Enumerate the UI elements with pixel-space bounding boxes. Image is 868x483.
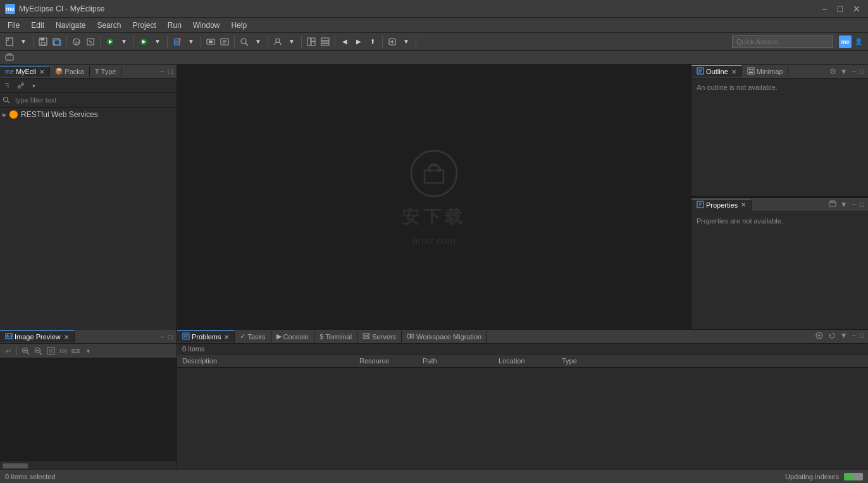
- toolbar-search-btn[interactable]: [237, 35, 251, 49]
- menu-run[interactable]: Run: [163, 20, 187, 31]
- toolbar-profile-btn[interactable]: [271, 35, 285, 49]
- bottom-panel-dropdown-btn[interactable]: ▼: [839, 331, 849, 342]
- menu-project[interactable]: Project: [127, 20, 161, 31]
- tab-outline[interactable]: Outline ✕: [691, 65, 742, 77]
- toolbar-run-dropdown[interactable]: ▼: [151, 35, 164, 49]
- editor-watermark: 安下载 anxz.com: [402, 148, 466, 247]
- toolbar-btn-5a[interactable]: [204, 35, 218, 49]
- tab-problems[interactable]: Problems ✕: [177, 330, 235, 342]
- tab-workspace-migration[interactable]: Workspace Migration: [402, 331, 487, 342]
- menu-window[interactable]: Window: [188, 20, 225, 31]
- outline-dropdown-btn[interactable]: ▼: [839, 67, 849, 76]
- properties-tab-close[interactable]: ✕: [741, 201, 746, 208]
- toolbar-btn-5b[interactable]: [218, 35, 232, 49]
- menu-search[interactable]: Search: [92, 20, 126, 31]
- toolbar-dropdown2-btn[interactable]: ▼: [117, 35, 131, 49]
- toolbar-deploy-btn[interactable]: [103, 35, 117, 49]
- img-more-btn[interactable]: [70, 345, 81, 356]
- maximize-button[interactable]: □: [835, 4, 845, 14]
- toolbar-new-btn[interactable]: [3, 35, 16, 49]
- image-preview-minimize[interactable]: −: [159, 332, 166, 341]
- menu-edit[interactable]: Edit: [26, 20, 49, 31]
- tab-console[interactable]: ▶ Console: [271, 331, 314, 342]
- quickaccess-input[interactable]: [732, 35, 833, 48]
- menu-file[interactable]: File: [3, 20, 25, 31]
- bottom-panel-refresh-btn[interactable]: [826, 331, 838, 342]
- toolbar-search-dropdown[interactable]: ▼: [251, 35, 265, 49]
- left-panel-tab-bar: me MyEcli ✕ 📦 Packa T Type − □: [0, 65, 177, 78]
- toolbar-view1-btn[interactable]: [304, 35, 318, 49]
- menu-navigate[interactable]: Navigate: [51, 20, 90, 31]
- dropdown-btn[interactable]: ▾: [28, 80, 39, 91]
- toolbar-view2-btn[interactable]: [318, 35, 332, 49]
- properties-icon-btn[interactable]: [828, 200, 838, 210]
- toolbar-btn-3b[interactable]: [84, 35, 97, 49]
- tab-properties[interactable]: Properties ✕: [691, 199, 752, 211]
- tab-terminal[interactable]: $ Terminal: [314, 331, 357, 342]
- toolbar-me-icon[interactable]: me: [839, 35, 852, 48]
- tab-type[interactable]: T Type: [90, 66, 122, 77]
- img-dropdown-btn[interactable]: ▾: [82, 345, 94, 356]
- minimize-button[interactable]: −: [819, 4, 829, 14]
- title-left: me MyEclipse CI - MyEclipse: [5, 4, 104, 14]
- toolbar-profile-dropdown[interactable]: ▼: [285, 35, 299, 49]
- toolbar-up-btn[interactable]: ⬆: [366, 35, 380, 49]
- outline-tab-close[interactable]: ✕: [731, 68, 736, 75]
- tab-tasks[interactable]: ✓ Tasks: [235, 331, 271, 342]
- image-preview-maximize[interactable]: □: [167, 332, 174, 341]
- image-preview-hscrollbar[interactable]: [0, 461, 177, 469]
- filter-input[interactable]: [13, 94, 174, 106]
- tree-item-restful[interactable]: ▶ 🟠 RESTful Web Services: [0, 109, 177, 120]
- properties-tab-bar: Properties ✕ ▼ − □: [691, 198, 868, 212]
- toolbar-save-all-btn[interactable]: [50, 35, 64, 49]
- toolbar-misc-dropdown[interactable]: ▼: [399, 35, 413, 49]
- bottom-panel-minimize-btn[interactable]: −: [850, 331, 857, 342]
- img-100-btn[interactable]: 100: [58, 345, 68, 356]
- outline-minimize-btn[interactable]: −: [850, 67, 857, 76]
- toolbar-run-btn[interactable]: [137, 35, 151, 49]
- myecli-tab-close[interactable]: ✕: [39, 68, 44, 75]
- collapse-all-btn[interactable]: [3, 80, 14, 91]
- bottom-panel-new-btn[interactable]: [814, 331, 825, 342]
- image-preview-panel: Image Preview ✕ − □ ↩: [0, 330, 177, 469]
- tab-image-preview[interactable]: Image Preview ✕: [0, 330, 75, 342]
- image-preview-close[interactable]: ✕: [64, 334, 69, 341]
- left-panel-maximize-btn[interactable]: □: [167, 67, 174, 76]
- tab-minimap[interactable]: Minimap: [742, 66, 789, 77]
- toolbar-save-btn[interactable]: [36, 35, 50, 49]
- hscrollbar-thumb[interactable]: [3, 463, 28, 468]
- svg-point-26: [276, 39, 280, 42]
- outline-maximize-btn[interactable]: □: [859, 67, 865, 76]
- problems-tab-close[interactable]: ✕: [224, 334, 229, 341]
- properties-dropdown-btn[interactable]: ▼: [839, 200, 849, 210]
- img-zoom-in-btn[interactable]: [20, 345, 31, 356]
- left-panel-minimize-btn[interactable]: −: [159, 67, 166, 76]
- img-fit-btn[interactable]: [45, 345, 56, 356]
- close-button[interactable]: ✕: [850, 4, 863, 14]
- menu-help[interactable]: Help: [226, 20, 252, 31]
- tab-servers[interactable]: Servers: [357, 331, 402, 342]
- toolbar-dropdown-btn[interactable]: ▼: [16, 35, 30, 49]
- toolbar-back-btn[interactable]: ◀: [338, 35, 352, 49]
- terminal-tab-icon: $: [319, 332, 324, 341]
- bottom-panel-maximize-btn[interactable]: □: [859, 331, 865, 342]
- properties-minimize-btn[interactable]: −: [850, 200, 857, 210]
- link-editor-btn[interactable]: [15, 80, 27, 91]
- toolbar-forward-btn[interactable]: ▶: [352, 35, 366, 49]
- tasks-tab-label: Tasks: [247, 333, 265, 341]
- toolbar-user-icon[interactable]: 👤: [852, 35, 865, 49]
- toolbar-debug-dropdown[interactable]: ▼: [184, 35, 198, 49]
- outline-tab-bar: Outline ✕ Minimap ⚙ ▼ − □: [691, 65, 868, 78]
- toolbar-misc1-btn[interactable]: [385, 35, 399, 49]
- toolbar-group-profile: ▼: [271, 35, 299, 49]
- tab-myecli[interactable]: me MyEcli ✕: [0, 66, 50, 77]
- toolbar2-btn1[interactable]: [3, 51, 16, 65]
- img-prev-btn[interactable]: ↩: [3, 345, 14, 356]
- outline-settings-btn[interactable]: ⚙: [828, 67, 838, 76]
- bottom-right-panel: Problems ✕ ✓ Tasks ▶ Console $ Terminal: [177, 330, 868, 469]
- properties-maximize-btn[interactable]: □: [859, 200, 865, 210]
- tab-packa[interactable]: 📦 Packa: [50, 66, 90, 77]
- img-zoom-out-btn[interactable]: [32, 345, 44, 356]
- toolbar-btn-3a[interactable]: H: [70, 35, 84, 49]
- toolbar-debug-btn[interactable]: [170, 35, 184, 49]
